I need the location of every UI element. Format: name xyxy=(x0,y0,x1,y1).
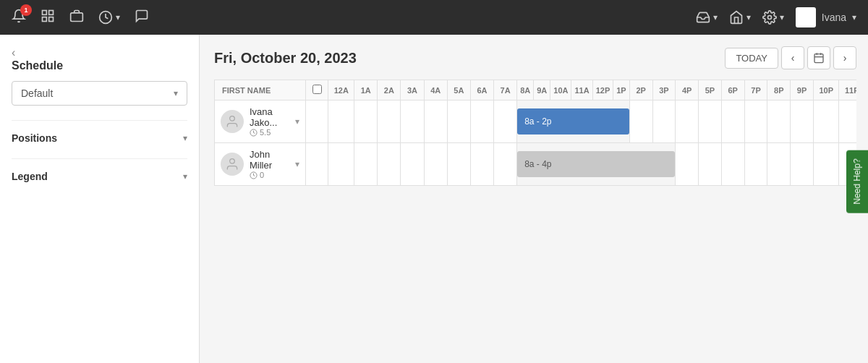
svg-rect-2 xyxy=(43,17,47,21)
shift-cell-1[interactable]: 8a - 2p xyxy=(517,101,630,143)
positions-label: Positions xyxy=(12,132,57,144)
schedule-select[interactable]: Default ▾ xyxy=(12,81,187,106)
table-row: John Miller 0 ▾ xyxy=(215,143,857,186)
emp-dropdown-2[interactable]: ▾ xyxy=(295,159,299,169)
check-cell-1 xyxy=(305,101,328,143)
cell-5p-1[interactable] xyxy=(699,101,722,143)
main-layout: ‹ Schedule Default ▾ Positions ▾ Legend … xyxy=(0,35,868,363)
svg-point-6 xyxy=(767,16,771,20)
cell-2a-2[interactable] xyxy=(378,143,401,186)
calendar-picker-button[interactable] xyxy=(807,46,830,69)
emp-name-2: John Miller xyxy=(250,149,286,171)
cell-7p-2[interactable] xyxy=(744,143,767,186)
user-menu[interactable]: Ivana ▾ xyxy=(796,7,856,27)
cell-9p-1[interactable] xyxy=(791,101,814,143)
main-content: Fri, October 20, 2023 TODAY ‹ › FIRST NA… xyxy=(200,35,868,363)
cell-3a-2[interactable] xyxy=(401,143,424,186)
table-row: Ivana Jako... 5.5 ▾ xyxy=(215,101,857,143)
cell-7p-1[interactable] xyxy=(744,101,767,143)
cell-6p-2[interactable] xyxy=(721,143,744,186)
legend-chevron-icon: ▾ xyxy=(183,171,187,182)
notification-badge: 1 xyxy=(20,4,32,16)
clock-nav-button[interactable]: ▾ xyxy=(98,10,120,25)
sidebar: ‹ Schedule Default ▾ Positions ▾ Legend … xyxy=(0,35,200,363)
employee-info-1: Ivana Jako... 5.5 ▾ xyxy=(221,106,299,137)
cell-6a-2[interactable] xyxy=(470,143,493,186)
cell-4a-1[interactable] xyxy=(424,101,447,143)
first-name-column-header: FIRST NAME xyxy=(215,80,306,101)
cell-10p-1[interactable] xyxy=(813,101,838,143)
cell-1a-2[interactable] xyxy=(354,143,378,186)
cell-12a-1[interactable] xyxy=(328,101,354,143)
inbox-nav-button[interactable]: ▾ xyxy=(696,10,718,25)
col-11p: 11P xyxy=(839,80,856,101)
cell-7a-1[interactable] xyxy=(494,101,517,143)
cell-5p-2[interactable] xyxy=(699,143,722,186)
col-4a: 4A xyxy=(424,80,447,101)
col-2p: 2P xyxy=(629,80,652,101)
user-avatar xyxy=(796,7,816,27)
cell-4p-1[interactable] xyxy=(676,101,699,143)
svg-rect-1 xyxy=(49,10,54,14)
col-6p: 6P xyxy=(721,80,744,101)
employee-info-2: John Miller 0 ▾ xyxy=(221,149,299,179)
prev-arrow-button[interactable]: ‹ xyxy=(781,46,804,69)
svg-rect-4 xyxy=(71,12,83,21)
sidebar-title: Schedule xyxy=(12,59,187,72)
cell-11p-1[interactable] xyxy=(839,101,856,143)
cell-9p-2[interactable] xyxy=(791,143,814,186)
legend-section[interactable]: Legend ▾ xyxy=(12,158,187,182)
col-4p: 4P xyxy=(676,80,699,101)
shift-cell-2[interactable]: 8a - 4p xyxy=(517,143,676,186)
building-nav-button[interactable]: ▾ xyxy=(729,10,751,25)
col-5a: 5A xyxy=(447,80,470,101)
cell-10p-2[interactable] xyxy=(813,143,838,186)
cell-3p-1[interactable] xyxy=(652,101,676,143)
avatar-1 xyxy=(221,110,244,133)
cell-8p-1[interactable] xyxy=(767,101,791,143)
next-arrow-button[interactable]: › xyxy=(833,46,856,69)
cell-12a-2[interactable] xyxy=(328,143,354,186)
today-button[interactable]: TODAY xyxy=(725,48,778,69)
shift-block-2[interactable]: 8a - 4p xyxy=(517,151,675,177)
emp-dropdown-1[interactable]: ▾ xyxy=(295,116,299,127)
checkbox-column-header xyxy=(305,80,328,101)
employee-name-cell-2: John Miller 0 ▾ xyxy=(215,143,306,186)
positions-section[interactable]: Positions ▾ xyxy=(12,120,187,144)
chat-icon[interactable] xyxy=(135,9,149,27)
col-3a: 3A xyxy=(401,80,424,101)
cell-6a-1[interactable] xyxy=(470,101,493,143)
cell-8p-2[interactable] xyxy=(767,143,791,186)
employee-name-cell-1: Ivana Jako... 5.5 ▾ xyxy=(215,101,306,143)
cell-2a-1[interactable] xyxy=(378,101,401,143)
cell-2p-1[interactable] xyxy=(629,101,652,143)
select-all-checkbox[interactable] xyxy=(312,85,322,94)
col-1p: 1P xyxy=(613,80,629,101)
sidebar-back-button[interactable]: ‹ xyxy=(12,46,182,59)
col-10a: 10A xyxy=(550,80,571,101)
date-title: Fri, October 20, 2023 xyxy=(214,50,357,67)
cell-5a-2[interactable] xyxy=(447,143,470,186)
svg-rect-3 xyxy=(49,17,54,21)
col-5p: 5P xyxy=(699,80,722,101)
dashboard-icon[interactable] xyxy=(41,9,55,27)
notification-bell[interactable]: 1 xyxy=(12,9,26,27)
briefcase-icon[interactable] xyxy=(69,9,84,27)
cell-4p-2[interactable] xyxy=(676,143,699,186)
top-navigation: 1 ▾ ▾ ▾ ▾ Ivana ▾ xyxy=(0,0,868,35)
shift-block-1[interactable]: 8a - 2p xyxy=(517,108,629,134)
avatar-2 xyxy=(221,153,244,176)
cell-4a-2[interactable] xyxy=(424,143,447,186)
schedule-table-wrap: FIRST NAME 12A 1A 2A 3A 4A 5A 6A 7A 8A xyxy=(214,80,856,186)
settings-nav-button[interactable]: ▾ xyxy=(762,10,784,25)
col-6a: 6A xyxy=(470,80,493,101)
col-7p: 7P xyxy=(744,80,767,101)
cell-7a-2[interactable] xyxy=(494,143,517,186)
emp-details-2: John Miller 0 xyxy=(250,149,286,179)
cell-1a-1[interactable] xyxy=(354,101,378,143)
cell-3a-1[interactable] xyxy=(401,101,424,143)
cell-5a-1[interactable] xyxy=(447,101,470,143)
cell-6p-1[interactable] xyxy=(721,101,744,143)
need-help-button[interactable]: Need Help? xyxy=(846,150,868,213)
schedule-table: FIRST NAME 12A 1A 2A 3A 4A 5A 6A 7A 8A xyxy=(214,80,856,186)
